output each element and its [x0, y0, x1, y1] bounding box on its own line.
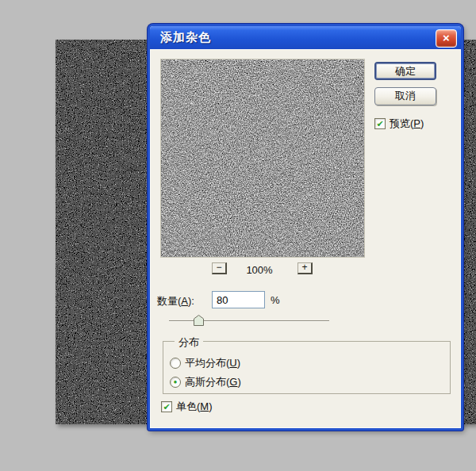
- close-button[interactable]: ×: [436, 29, 457, 48]
- radio-dot: ●: [174, 378, 178, 385]
- dialog-body: − 100% + 数量(A): % 分布 平均分布(U) ●高斯分布(G): [150, 49, 461, 428]
- distribution-groupbox: 分布 平均分布(U) ●高斯分布(G): [163, 341, 451, 394]
- amount-unit: %: [271, 294, 280, 306]
- access-key: G: [229, 376, 237, 388]
- check-mark: ✔: [163, 402, 170, 412]
- close-icon: ×: [443, 31, 450, 44]
- noise-preview-thumbnail[interactable]: [161, 59, 364, 257]
- zoom-in-button[interactable]: +: [298, 262, 313, 274]
- zoom-out-button[interactable]: −: [212, 262, 227, 274]
- radio-icon: [170, 358, 181, 369]
- photoshop-workspace: { "window": { "title": "添加杂色", "close_gl…: [0, 0, 476, 471]
- preview-checkbox[interactable]: ✔预览(P): [374, 116, 424, 131]
- amount-label-close: ):: [188, 295, 194, 307]
- plus-icon: +: [301, 262, 307, 273]
- preview-noise-texture: [161, 59, 364, 257]
- access-key: U: [229, 357, 236, 369]
- label-text: ): [237, 376, 240, 388]
- label-text: 预览(: [390, 117, 413, 129]
- access-key: P: [413, 117, 420, 129]
- amount-slider[interactable]: [169, 314, 329, 327]
- label-text: ): [420, 117, 424, 129]
- label-text: 高斯分布(: [185, 376, 229, 388]
- checkbox-icon: ✔: [161, 401, 172, 412]
- distribution-legend: 分布: [175, 335, 203, 350]
- amount-input[interactable]: [212, 291, 265, 308]
- radio-gaussian-label: 高斯分布(G): [185, 376, 241, 388]
- slider-thumb[interactable]: [194, 315, 204, 326]
- label-text: ): [209, 400, 212, 412]
- radio-uniform-label: 平均分布(U): [185, 357, 240, 369]
- amount-label-text: 数量(: [157, 295, 181, 307]
- zoom-level: 100%: [236, 264, 283, 276]
- title-bar[interactable]: 添加杂色 ×: [150, 26, 461, 49]
- window-title: 添加杂色: [150, 26, 461, 48]
- ok-button-label: 确定: [395, 65, 416, 77]
- add-noise-dialog: 添加杂色 ×: [148, 24, 463, 431]
- label-text: 单色(: [176, 400, 200, 412]
- monochromatic-checkbox[interactable]: ✔单色(M): [161, 399, 213, 414]
- amount-label: 数量(A):: [157, 294, 194, 308]
- label-text: 平均分布(: [185, 357, 229, 369]
- amount-access-key: A: [181, 295, 188, 307]
- preview-checkbox-label: 预览(P): [390, 117, 424, 129]
- check-mark: ✔: [376, 119, 383, 128]
- radio-icon: ●: [170, 377, 181, 388]
- checkbox-icon: ✔: [374, 118, 386, 129]
- radio-uniform-distribution[interactable]: 平均分布(U): [170, 355, 240, 367]
- monochromatic-label: 单色(M): [176, 400, 213, 412]
- ok-button[interactable]: 确定: [374, 62, 436, 80]
- radio-gaussian-distribution[interactable]: ●高斯分布(G): [170, 374, 241, 386]
- cancel-button-label: 取消: [395, 90, 416, 101]
- cancel-button[interactable]: 取消: [374, 87, 436, 105]
- minus-icon: −: [216, 262, 221, 273]
- label-text: ): [237, 357, 240, 369]
- access-key: M: [200, 400, 209, 412]
